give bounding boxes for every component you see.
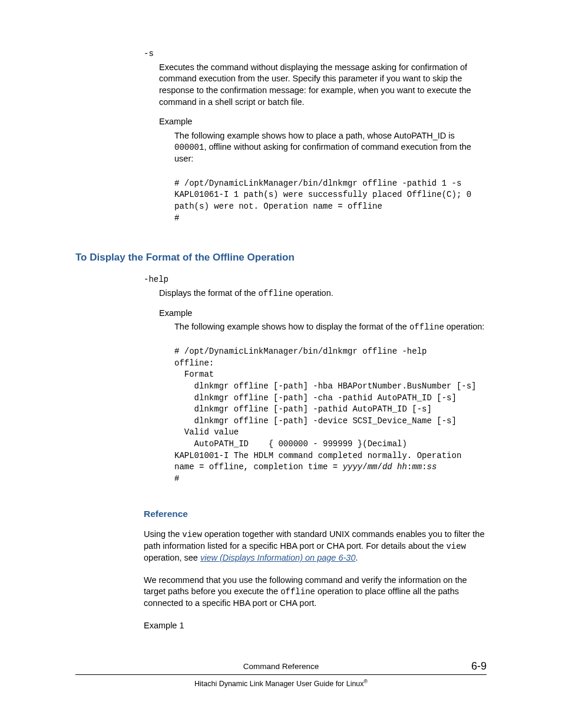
- footer-divider: [75, 674, 487, 675]
- footer-title: Command Reference: [243, 661, 319, 672]
- option-help-block: -help Displays the format of the offline…: [144, 274, 487, 485]
- code2-tail: #: [174, 474, 179, 483]
- ref-p2-code: offline: [280, 587, 315, 597]
- ref-p1-a: Using the: [144, 529, 182, 539]
- example-desc-2a: The following example shows how to displ…: [174, 322, 409, 331]
- document-page: -s Executes the command without displayi…: [0, 0, 562, 728]
- xref-view-link[interactable]: view (Displays Information) on page 6-30: [200, 553, 356, 562]
- code2-ital3: dd: [382, 462, 392, 472]
- option-desc-help-a: Displays the format of the: [159, 288, 258, 298]
- heading-reference: Reference: [144, 508, 487, 521]
- example-desc-2: The following example shows how to displ…: [174, 321, 487, 333]
- option-desc-help-code: offline: [258, 289, 293, 298]
- code2-ital1: yyyy: [343, 462, 363, 472]
- code2-sep3: [392, 462, 397, 472]
- ref-p1-c: operation, see: [144, 553, 200, 562]
- code-block-1: # /opt/DynamicLinkManager/bin/dlnkmgr of…: [174, 178, 487, 224]
- reference-para-1: Using the view operation together with s…: [144, 529, 487, 564]
- page-number: 6-9: [471, 659, 487, 673]
- code2-plain: # /opt/DynamicLinkManager/bin/dlnkmgr of…: [174, 347, 476, 472]
- footer-row-2: Hitachi Dynamic Link Manager User Guide …: [75, 678, 487, 689]
- option-s-block: -s Executes the command without displayi…: [144, 48, 487, 224]
- reference-para-3: Example 1: [144, 620, 487, 632]
- reference-block: Reference Using the view operation toget…: [144, 508, 487, 631]
- example-desc-1: The following example shows how to place…: [174, 130, 487, 165]
- page-footer: Command Reference 6-9 Hitachi Dynamic Li…: [75, 661, 487, 689]
- code2-ital2: mm: [368, 462, 378, 472]
- code2-sep2: /: [377, 462, 382, 472]
- ref-p1-d: .: [355, 553, 358, 562]
- option-name-help: -help: [144, 274, 487, 285]
- reference-para-2: We recommend that you use the following …: [144, 575, 487, 610]
- footer-row-1: Command Reference 6-9: [75, 661, 487, 674]
- code2-ital5: mm: [412, 462, 422, 472]
- ref-p1-code1: view: [182, 530, 202, 539]
- code-block-2: # /opt/DynamicLinkManager/bin/dlnkmgr of…: [174, 346, 487, 485]
- example-desc-code-1: 000001: [174, 143, 204, 152]
- example-desc-2b: operation:: [444, 322, 485, 331]
- example-desc-1b: , offline without asking for confirmatio…: [174, 142, 471, 163]
- option-name-s: -s: [144, 48, 487, 60]
- option-desc-s: Executes the command without displaying …: [159, 62, 487, 108]
- footer-book: Hitachi Dynamic Link Manager User Guide …: [194, 680, 364, 688]
- option-desc-help: Displays the format of the offline opera…: [159, 288, 487, 299]
- example-desc-code-2: offline: [409, 322, 444, 332]
- example-label-2: Example: [159, 308, 487, 319]
- code2-ital6: ss: [427, 462, 437, 472]
- code2-sep1: /: [362, 462, 367, 472]
- ref-p1-code2: view: [446, 542, 466, 551]
- heading-display-format: To Display the Format of the Offline Ope…: [75, 251, 487, 265]
- code2-sep5: :: [422, 462, 427, 472]
- registered-mark: ®: [364, 678, 368, 684]
- option-desc-help-b: operation.: [293, 288, 333, 298]
- code2-ital4: hh: [397, 462, 407, 472]
- example-label-1: Example: [159, 116, 487, 128]
- example-desc-1a: The following example shows how to place…: [174, 131, 455, 140]
